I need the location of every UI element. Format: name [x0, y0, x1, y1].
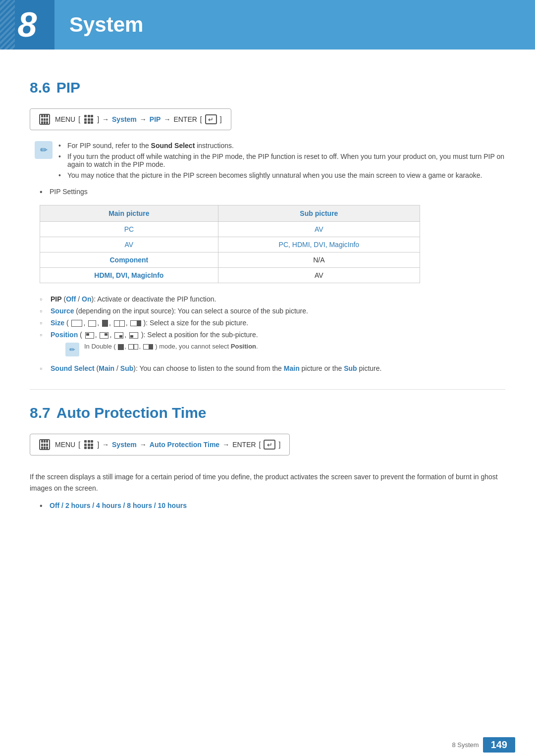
- table-cell: PC, HDMI, DVI, MagicInfo: [218, 237, 420, 252]
- feature-size: Size ( , , , , ): Select a size for the …: [40, 317, 505, 329]
- table-cell: HDMI, DVI, MagicInfo: [40, 268, 218, 283]
- table-cell: AV: [218, 222, 420, 237]
- table-cell: N/A: [218, 252, 420, 268]
- table-row: Component N/A: [40, 252, 420, 268]
- auto-options-list: Off / 2 hours / 4 hours / 8 hours / 10 h…: [40, 500, 505, 511]
- table-cell: PC: [40, 222, 218, 237]
- pip-settings-list: PIP Settings: [40, 186, 505, 198]
- feature-position: Position ( , , , ): Select a position fo…: [40, 329, 505, 362]
- pip-note-1: For PIP sound, refer to the Sound Select…: [58, 140, 505, 151]
- table-header-main: Main picture: [40, 205, 218, 222]
- menu-label: MENU: [55, 115, 75, 123]
- table-row: AV PC, HDMI, DVI, MagicInfo: [40, 237, 420, 252]
- table-cell: AV: [218, 268, 420, 283]
- pip-settings-label: PIP Settings: [40, 186, 505, 198]
- pip-menu-path: MENU [ ] → System → PIP → ENTER [ ↵ ]: [30, 108, 231, 130]
- section-divider: [30, 389, 505, 390]
- enter-icon: ↵: [205, 114, 217, 124]
- pip-note-2: If you turn the product off while watchi…: [58, 151, 505, 170]
- feature-source: Source (depending on the input source): …: [40, 305, 505, 317]
- chapter-number: 8: [0, 0, 54, 50]
- feature-pip: PIP (Off / On): Activate or deactivate t…: [40, 293, 505, 305]
- page-number: 149: [483, 737, 515, 753]
- sub-note-icon: ✏: [65, 343, 79, 356]
- auto-grid-icon: [41, 440, 48, 449]
- auto-menu-label: MENU: [55, 441, 75, 449]
- pip-notes: ✏ For PIP sound, refer to the Sound Sele…: [35, 140, 505, 181]
- pip-note-3: You may notice that the picture in the P…: [58, 170, 505, 181]
- page-footer: 8 System 149: [0, 734, 535, 756]
- table-header-sub: Sub picture: [218, 205, 420, 222]
- feature-sound-select: Sound Select (Main / Sub): You can choos…: [40, 362, 505, 374]
- table-cell: AV: [40, 237, 218, 252]
- section-pip-heading: 8.6 PIP: [30, 79, 505, 96]
- pip-table: Main picture Sub picture PC AV AV PC, HD…: [40, 205, 420, 283]
- footer-label: 8 System: [452, 741, 479, 749]
- auto-menu-path: MENU [ ] → System → Auto Protection Time…: [30, 434, 290, 455]
- note-content: For PIP sound, refer to the Sound Select…: [58, 140, 505, 181]
- auto-description: If the screen displays a still image for…: [30, 471, 505, 494]
- table-row: PC AV: [40, 222, 420, 237]
- chapter-header: 8 System: [0, 0, 535, 50]
- auto-grid-icon-2: [84, 440, 93, 449]
- grid-icon: [41, 115, 48, 124]
- menu-icon: [39, 114, 50, 125]
- auto-options: Off / 2 hours / 4 hours / 8 hours / 10 h…: [40, 500, 505, 511]
- auto-menu-icon: [39, 439, 50, 450]
- auto-enter-icon: ↵: [264, 440, 275, 450]
- chapter-title: System: [69, 13, 143, 37]
- table-cell: Component: [40, 252, 218, 268]
- section-auto-heading: 8.7 Auto Protection Time: [30, 404, 505, 421]
- pip-feature-list: PIP (Off / On): Activate or deactivate t…: [40, 293, 505, 374]
- position-note: ✏ In Double ( , , ) mode, you cannot sel…: [65, 343, 505, 356]
- note-pencil-icon: ✏: [35, 141, 53, 159]
- table-row: HDMI, DVI, MagicInfo AV: [40, 268, 420, 283]
- menu-grid-icon-2: [84, 115, 93, 124]
- main-content: 8.6 PIP MENU [ ] → System → PIP → ENTER …: [0, 50, 535, 556]
